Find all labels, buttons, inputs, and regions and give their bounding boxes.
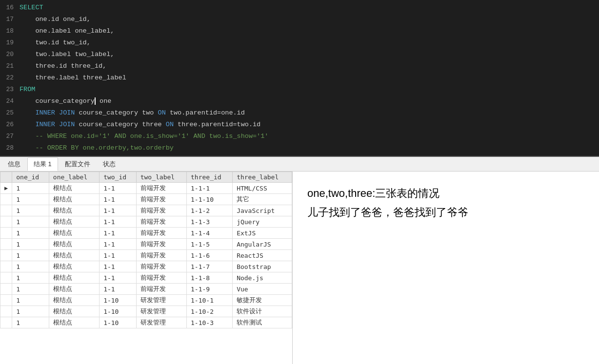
code-line-27: 27 -- WHERE one.id='1' AND one.is_show='… <box>0 131 599 142</box>
code-line-19: 19 two.id two_id, <box>0 37 599 49</box>
col-one-id: one_id <box>12 172 49 183</box>
code-line-23: 23 FROM <box>0 84 599 96</box>
code-line-22: 22 three.label three_label <box>0 72 599 84</box>
table-row[interactable]: 1根结点1-1前端开发1-1-2JavaScript <box>0 205 292 216</box>
table-row[interactable]: 1根结点1-1前端开发1-1-7Bootstrap <box>0 261 292 272</box>
annotation-subtitle: 儿子找到了爸爸，爸爸找到了爷爷 <box>307 205 589 220</box>
table-row[interactable]: 1根结点1-1前端开发1-1-5AngularJS <box>0 239 292 250</box>
code-line-25: 25 INNER JOIN course_category two ON two… <box>0 107 599 119</box>
code-line-16: 16 SELECT <box>0 2 599 14</box>
col-three-label: three_label <box>233 172 292 183</box>
table-row[interactable]: 1根结点1-10研发管理1-10-1敏捷开发 <box>0 295 292 306</box>
table-row[interactable]: 1根结点1-1前端开发1-1-8Node.js <box>0 272 292 284</box>
table-row[interactable]: 1根结点1-1前端开发1-1-10其它 <box>0 194 292 205</box>
tabs-bar: 信息 结果 1 配置文件 状态 <box>0 157 599 172</box>
table-row[interactable]: 1根结点1-1前端开发1-1-3jQuery <box>0 216 292 228</box>
col-two-id: two_id <box>100 172 137 183</box>
main-area: one_id one_label two_id two_label three_… <box>0 172 599 364</box>
code-line-21: 21 three.id three_id, <box>0 60 599 72</box>
col-one-label: one_label <box>49 172 99 183</box>
tab-info[interactable]: 信息 <box>2 158 26 171</box>
code-line-20: 20 two.label two_label, <box>0 49 599 60</box>
table-section: one_id one_label two_id two_label three_… <box>0 172 293 364</box>
tab-profile[interactable]: 配置文件 <box>59 158 96 171</box>
col-two-label: two_label <box>136 172 186 183</box>
code-editor: 16 SELECT 17 one.id one_id, 18 one.label… <box>0 0 599 157</box>
code-line-24: 24 course_category one <box>0 96 599 107</box>
table-header-row: one_id one_label two_id two_label three_… <box>0 172 292 183</box>
code-line-18: 18 one.label one_label, <box>0 25 599 37</box>
annotation-title: one,two,three:三张表的情况 <box>307 186 589 201</box>
annotation-section: one,two,three:三张表的情况 儿子找到了爸爸，爸爸找到了爷爷 CSD… <box>293 172 599 364</box>
code-line-26: 26 INNER JOIN course_category three ON t… <box>0 119 599 131</box>
tab-status[interactable]: 状态 <box>97 158 121 171</box>
table-row[interactable]: 1根结点1-10研发管理1-10-2软件设计 <box>0 306 292 317</box>
col-three-id: three_id <box>187 172 233 183</box>
code-line-17: 17 one.id one_id, <box>0 14 599 25</box>
table-row[interactable]: 1根结点1-1前端开发1-1-6ReactJS <box>0 250 292 261</box>
tab-result1[interactable]: 结果 1 <box>27 157 58 171</box>
col-indicator <box>0 172 12 183</box>
table-row[interactable]: 1根结点1-1前端开发1-1-4ExtJS <box>0 228 292 239</box>
code-line-28: 28 -- ORDER BY one.orderby,two.orderby <box>0 142 599 154</box>
table-row[interactable]: 1根结点1-10研发管理1-10-3软件测试 <box>0 317 292 328</box>
results-table: one_id one_label two_id two_label three_… <box>0 172 292 328</box>
table-row[interactable]: ▶1根结点1-1前端开发1-1-1HTML/CSS <box>0 183 292 194</box>
table-row[interactable]: 1根结点1-1前端开发1-1-9Vue <box>0 284 292 295</box>
